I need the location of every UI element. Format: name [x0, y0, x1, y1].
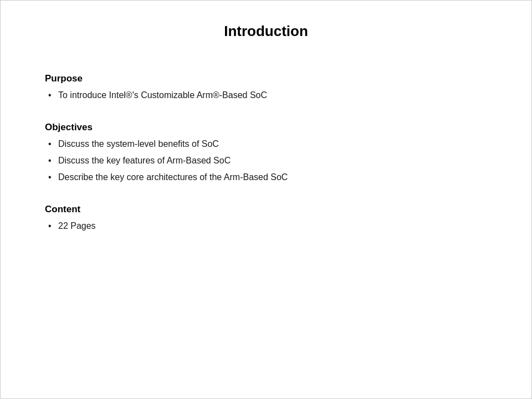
objectives-section: Objectives Discuss the system-level bene…: [45, 122, 487, 187]
list-item: To introduce Intel®'s Customizable Arm®-…: [45, 89, 487, 102]
list-item: 22 Pages: [45, 219, 487, 233]
content-heading: Content: [45, 204, 487, 215]
slide-title: Introduction: [45, 17, 487, 40]
list-item: Discuss the system-level benefits of SoC: [45, 137, 487, 151]
slide-content: Purpose To introduce Intel®'s Customizab…: [45, 73, 487, 376]
list-item: Discuss the key features of Arm-Based So…: [45, 154, 487, 167]
purpose-heading: Purpose: [45, 73, 487, 84]
content-section: Content 22 Pages: [45, 204, 487, 236]
objectives-heading: Objectives: [45, 122, 487, 133]
objectives-bullet-list: Discuss the system-level benefits of SoC…: [45, 137, 487, 184]
purpose-section: Purpose To introduce Intel®'s Customizab…: [45, 73, 487, 105]
slide-container: Introduction Purpose To introduce Intel®…: [0, 0, 532, 399]
purpose-bullet-list: To introduce Intel®'s Customizable Arm®-…: [45, 89, 487, 102]
list-item: Describe the key core architectures of t…: [45, 171, 487, 184]
content-bullet-list: 22 Pages: [45, 219, 487, 233]
